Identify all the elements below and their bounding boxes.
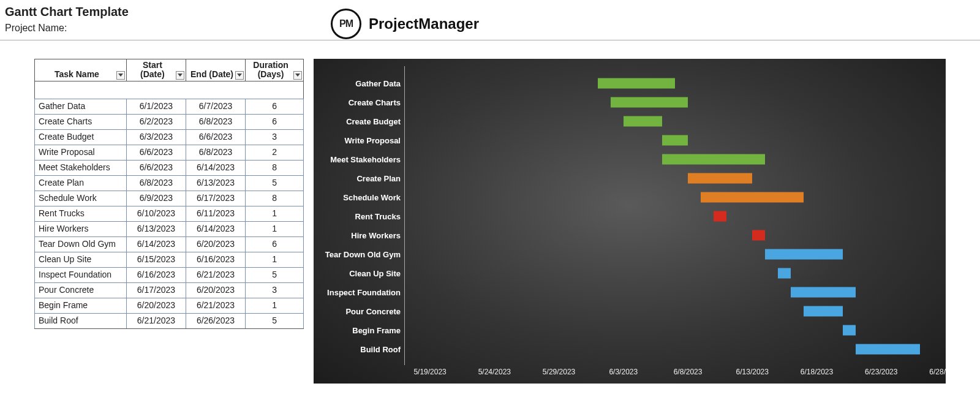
cell-end[interactable]: 6/13/2023 — [186, 175, 245, 191]
cell-duration[interactable]: 6 — [246, 114, 304, 129]
table-row[interactable]: Write Proposal6/6/20236/8/20232 — [35, 145, 304, 160]
cell-task-name[interactable]: Tear Down Old Gym — [35, 236, 127, 252]
cell-end[interactable]: 6/8/2023 — [186, 145, 245, 160]
cell-task-name[interactable]: Clean Up Site — [35, 252, 127, 267]
cell-task-name[interactable]: Schedule Work — [35, 191, 127, 206]
cell-start[interactable]: 6/13/2023 — [126, 221, 186, 236]
gantt-bar[interactable] — [611, 97, 688, 107]
filter-icon[interactable] — [176, 71, 184, 80]
cell-start[interactable]: 6/9/2023 — [126, 191, 186, 206]
cell-task-name[interactable]: Create Plan — [35, 175, 127, 191]
brand-logo-icon: PM — [331, 9, 361, 39]
cell-task-name[interactable]: Pour Concrete — [35, 282, 127, 298]
gantt-bar[interactable] — [598, 78, 675, 88]
cell-duration[interactable]: 6 — [246, 236, 304, 252]
gantt-bar[interactable] — [843, 325, 856, 336]
cell-duration[interactable]: 8 — [246, 160, 304, 175]
cell-end[interactable]: 6/14/2023 — [186, 160, 245, 175]
gantt-bar[interactable] — [701, 192, 804, 202]
cell-end[interactable]: 6/6/2023 — [186, 129, 245, 145]
filter-icon[interactable] — [293, 71, 302, 80]
col-task-name[interactable]: Task Name — [35, 59, 127, 81]
table-row[interactable]: Rent Trucks6/10/20236/11/20231 — [35, 206, 304, 221]
cell-duration[interactable]: 6 — [246, 99, 304, 114]
chart-category-label: Create Plan — [356, 173, 401, 183]
col-duration[interactable]: Duration (Days) — [246, 59, 304, 81]
table-row[interactable]: Inspect Foundation6/16/20236/21/20235 — [35, 267, 304, 282]
col-start[interactable]: Start (Date) — [126, 59, 186, 81]
cell-end[interactable]: 6/17/2023 — [186, 191, 245, 206]
cell-start[interactable]: 6/8/2023 — [126, 175, 186, 191]
cell-duration[interactable]: 3 — [246, 129, 304, 145]
cell-start[interactable]: 6/20/2023 — [126, 298, 186, 313]
cell-start[interactable]: 6/3/2023 — [126, 129, 186, 145]
table-row[interactable]: Begin Frame6/20/20236/21/20231 — [35, 298, 304, 313]
cell-duration[interactable]: 1 — [246, 206, 304, 221]
cell-task-name[interactable]: Create Budget — [35, 129, 127, 145]
cell-end[interactable]: 6/8/2023 — [186, 114, 245, 129]
cell-end[interactable]: 6/21/2023 — [186, 267, 245, 282]
cell-duration[interactable]: 1 — [246, 221, 304, 236]
cell-start[interactable]: 6/14/2023 — [126, 236, 186, 252]
cell-duration[interactable]: 5 — [246, 267, 304, 282]
cell-task-name[interactable]: Begin Frame — [35, 298, 127, 313]
cell-start[interactable]: 6/21/2023 — [126, 313, 186, 328]
cell-start[interactable]: 6/17/2023 — [126, 282, 186, 298]
cell-end[interactable]: 6/20/2023 — [186, 236, 245, 252]
table-row[interactable]: Build Roof6/21/20236/26/20235 — [35, 313, 304, 328]
cell-end[interactable]: 6/20/2023 — [186, 282, 245, 298]
cell-task-name[interactable]: Inspect Foundation — [35, 267, 127, 282]
cell-task-name[interactable]: Hire Workers — [35, 221, 127, 236]
cell-start[interactable]: 6/15/2023 — [126, 252, 186, 267]
table-row[interactable]: Create Plan6/8/20236/13/20235 — [35, 175, 304, 191]
cell-task-name[interactable]: Build Roof — [35, 313, 127, 328]
table-row[interactable]: Create Charts6/2/20236/8/20236 — [35, 114, 304, 129]
gantt-bar[interactable] — [662, 154, 765, 164]
gantt-bar[interactable] — [714, 211, 726, 222]
cell-duration[interactable]: 3 — [246, 282, 304, 298]
cell-start[interactable]: 6/1/2023 — [126, 99, 186, 114]
cell-duration[interactable]: 5 — [246, 313, 304, 328]
col-end[interactable]: End (Date) — [186, 59, 245, 81]
cell-end[interactable]: 6/14/2023 — [186, 221, 245, 236]
cell-start[interactable]: 6/6/2023 — [126, 160, 186, 175]
cell-duration[interactable]: 5 — [246, 175, 304, 191]
cell-duration[interactable]: 1 — [246, 252, 304, 267]
cell-task-name[interactable]: Rent Trucks — [35, 206, 127, 221]
cell-end[interactable]: 6/21/2023 — [186, 298, 245, 313]
cell-task-name[interactable]: Write Proposal — [35, 145, 127, 160]
gantt-bar[interactable] — [765, 249, 842, 260]
cell-end[interactable]: 6/7/2023 — [186, 99, 245, 114]
table-row[interactable]: Hire Workers6/13/20236/14/20231 — [35, 221, 304, 236]
gantt-bar[interactable] — [856, 344, 920, 355]
cell-task-name[interactable]: Meet Stakeholders — [35, 160, 127, 175]
gantt-bar[interactable] — [624, 116, 662, 126]
table-row[interactable]: Create Budget6/3/20236/6/20233 — [35, 129, 304, 145]
gantt-bar[interactable] — [804, 306, 842, 317]
gantt-bar[interactable] — [791, 287, 855, 298]
table-row[interactable]: Gather Data6/1/20236/7/20236 — [35, 99, 304, 114]
cell-task-name[interactable]: Gather Data — [35, 99, 127, 114]
filter-icon[interactable] — [235, 71, 244, 80]
cell-start[interactable]: 6/10/2023 — [126, 206, 186, 221]
cell-start[interactable]: 6/6/2023 — [126, 145, 186, 160]
table-row[interactable]: Schedule Work6/9/20236/17/20238 — [35, 191, 304, 206]
cell-start[interactable]: 6/2/2023 — [126, 114, 186, 129]
cell-end[interactable]: 6/16/2023 — [186, 252, 245, 267]
cell-duration[interactable]: 2 — [246, 145, 304, 160]
gantt-bar[interactable] — [688, 173, 752, 183]
table-row[interactable]: Tear Down Old Gym6/14/20236/20/20236 — [35, 236, 304, 252]
cell-end[interactable]: 6/11/2023 — [186, 206, 245, 221]
cell-duration[interactable]: 8 — [246, 191, 304, 206]
filter-icon[interactable] — [116, 71, 125, 80]
cell-end[interactable]: 6/26/2023 — [186, 313, 245, 328]
table-row[interactable]: Pour Concrete6/17/20236/20/20233 — [35, 282, 304, 298]
gantt-bar[interactable] — [752, 230, 765, 241]
cell-start[interactable]: 6/16/2023 — [126, 267, 186, 282]
gantt-bar[interactable] — [662, 135, 688, 145]
gantt-bar[interactable] — [778, 268, 791, 279]
cell-task-name[interactable]: Create Charts — [35, 114, 127, 129]
table-row[interactable]: Meet Stakeholders6/6/20236/14/20238 — [35, 160, 304, 175]
cell-duration[interactable]: 1 — [246, 298, 304, 313]
table-row[interactable]: Clean Up Site6/15/20236/16/20231 — [35, 252, 304, 267]
